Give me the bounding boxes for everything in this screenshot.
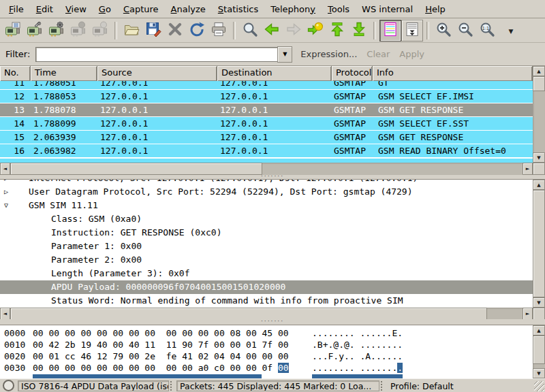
- go-to-bottom-button[interactable]: [348, 20, 370, 42]
- column-header-protocol[interactable]: Protocol: [332, 66, 373, 81]
- capture-options-button[interactable]: [24, 20, 46, 42]
- go-to-top-button[interactable]: [326, 20, 348, 42]
- ascii-bytes[interactable]: ...F.y.. .A......: [312, 350, 403, 362]
- clear-button[interactable]: Clear: [367, 49, 390, 59]
- column-header-time[interactable]: Time: [31, 66, 97, 81]
- go-back-button[interactable]: [261, 20, 283, 42]
- column-header-info[interactable]: Info: [373, 66, 533, 81]
- expert-info-icon[interactable]: [3, 380, 14, 391]
- vscroll-thumb[interactable]: [533, 336, 545, 364]
- packet-row-clipped[interactable]: 111.788051127.0.0.1127.0.0.1GSMTAPGT: [0, 81, 533, 90]
- expression-button[interactable]: Expression...: [300, 49, 357, 59]
- hex-dump[interactable]: 000000 00 00 00 00 00 00 00 00 00 00 00 …: [0, 327, 533, 374]
- menu-telephony[interactable]: Telephony: [264, 1, 322, 17]
- apply-button[interactable]: Apply: [399, 49, 424, 59]
- vscroll-thumb[interactable]: [533, 190, 545, 297]
- menu-file[interactable]: File: [3, 1, 30, 17]
- menu-analyze[interactable]: Analyze: [165, 1, 212, 17]
- menu-tools[interactable]: Tools: [322, 1, 356, 17]
- packet-row[interactable]: 152.063939127.0.0.1127.0.0.1GSMTAPGSM GE…: [0, 131, 533, 144]
- ascii-bytes[interactable]: ........ ......E.: [312, 327, 403, 339]
- colorize-button[interactable]: [379, 20, 401, 42]
- filter-input[interactable]: [35, 47, 278, 62]
- scroll-left-icon[interactable]: ◄: [0, 308, 10, 320]
- detail-row[interactable]: Class: GSM (0xa0): [0, 212, 533, 226]
- pane-splitter[interactable]: ·······: [0, 319, 545, 325]
- hscroll-thumb[interactable]: [10, 308, 487, 320]
- collapse-triangle-icon[interactable]: ▽: [4, 199, 8, 212]
- packet-row[interactable]: 162.063982127.0.0.1127.0.0.1GSMTAPGSM RE…: [0, 144, 533, 158]
- hex-bytes[interactable]: 00 00 00 00 00 00 00 00 00 00 00 00 08 0…: [33, 327, 289, 339]
- statusbar-grip[interactable]: [170, 381, 175, 391]
- menu-edit[interactable]: Edit: [30, 1, 59, 17]
- hex-row[interactable]: 002000 01 cc 46 12 79 00 2e fe 41 02 04 …: [0, 350, 533, 362]
- statusbar-grip[interactable]: [381, 381, 386, 391]
- scroll-right-icon[interactable]: ►: [523, 308, 533, 320]
- toolbar-overflow-caret[interactable]: ▼: [498, 20, 520, 42]
- hex-bytes[interactable]: 00 00 00 00 00 00 00 00 00 00 a0 c0 00 0…: [33, 362, 289, 374]
- selected-ascii-byte[interactable]: .: [397, 363, 403, 373]
- detail-row[interactable]: ▽GSM SIM 11.11: [0, 199, 533, 212]
- detail-row[interactable]: APDU Payload: 000000096f0704001500150102…: [0, 280, 533, 294]
- packet-row[interactable]: 111.788051127.0.0.1127.0.0.1GSMTAPGT: [0, 81, 533, 90]
- scroll-down-icon[interactable]: ▼: [533, 152, 545, 163]
- scroll-right-icon[interactable]: ►: [523, 163, 533, 175]
- scroll-down-icon[interactable]: ▼: [533, 368, 545, 378]
- menu-statistics[interactable]: Statistics: [212, 1, 264, 17]
- hex-row[interactable]: 000000 00 00 00 00 00 00 00 00 00 00 00 …: [0, 327, 533, 339]
- menu-go[interactable]: Go: [93, 1, 117, 17]
- resize-grip[interactable]: [534, 381, 544, 391]
- column-header-no[interactable]: No.: [0, 66, 31, 81]
- zoom-normal-button[interactable]: 1:1: [476, 20, 498, 42]
- ascii-bytes[interactable]: ........ ........: [312, 362, 403, 374]
- detail-row[interactable]: ▷Internet Protocol, Src: 127.0.0.1 (127.…: [0, 180, 533, 185]
- packet-row[interactable]: 141.788099127.0.0.1127.0.0.1GSMTAPGSM SE…: [0, 117, 533, 131]
- zoom-out-button[interactable]: [454, 20, 476, 42]
- capture-interfaces-button[interactable]: [2, 20, 24, 42]
- auto-scroll-button[interactable]: [401, 20, 423, 42]
- expand-triangle-icon[interactable]: ▷: [4, 185, 8, 199]
- selected-hex-byte[interactable]: 00: [278, 363, 289, 373]
- go-forward-button[interactable]: [283, 20, 305, 42]
- scroll-up-icon[interactable]: ▲: [533, 66, 545, 76]
- column-header-destination[interactable]: Destination: [217, 66, 332, 81]
- vscroll-thumb[interactable]: [533, 76, 545, 91]
- hex-row[interactable]: 003000 00 00 00 00 00 00 00 00 00 a0 c0 …: [0, 362, 533, 374]
- menu-view[interactable]: View: [59, 1, 93, 17]
- capture-stop-button[interactable]: [67, 20, 89, 42]
- hex-bytes[interactable]: 00 42 2b 19 40 00 40 11 11 90 7f 00 00 0…: [33, 339, 289, 350]
- expand-triangle-icon[interactable]: ▷: [4, 180, 8, 185]
- find-packet-button[interactable]: [239, 20, 261, 42]
- capture-restart-button[interactable]: [89, 20, 111, 42]
- detail-row[interactable]: Status Word: Normal ending of command wi…: [0, 294, 533, 308]
- detail-row[interactable]: Instruction: GET RESPONSE (0xc0): [0, 226, 533, 240]
- hex-bytes[interactable]: 00 01 cc 46 12 79 00 2e fe 41 02 04 04 0…: [33, 350, 289, 362]
- packet-row[interactable]: 121.788053127.0.0.1127.0.0.1GSMTAPGSM SE…: [0, 90, 533, 103]
- go-to-packet-button[interactable]: [305, 20, 326, 42]
- scroll-up-icon[interactable]: ▲: [533, 180, 545, 190]
- detail-row-clipped[interactable]: ▷Internet Protocol, Src: 127.0.0.1 (127.…: [0, 180, 533, 185]
- save-as-button[interactable]: [142, 20, 164, 42]
- close-file-button[interactable]: [164, 20, 186, 42]
- filter-dropdown-button[interactable]: ▼: [277, 46, 292, 63]
- ascii-bytes[interactable]: .B+.@.@. ........: [312, 339, 403, 350]
- hex-row[interactable]: 001000 42 2b 19 40 00 40 11 11 90 7f 00 …: [0, 339, 533, 350]
- packet-row[interactable]: 131.788078127.0.0.1127.0.0.1GSMTAPGSM GE…: [0, 103, 533, 117]
- scroll-up-icon[interactable]: ▲: [533, 325, 545, 336]
- detail-row[interactable]: Length (Parameter 3): 0x0f: [0, 267, 533, 280]
- capture-start-button[interactable]: [46, 20, 67, 42]
- column-header-source[interactable]: Source: [97, 66, 217, 81]
- open-file-button[interactable]: [121, 20, 142, 42]
- scroll-down-icon[interactable]: ▼: [533, 297, 545, 308]
- menu-help[interactable]: Help: [419, 1, 452, 17]
- reload-button[interactable]: [186, 20, 208, 42]
- print-button[interactable]: [208, 20, 230, 42]
- hscroll-thumb[interactable]: [10, 163, 262, 175]
- menu-capture[interactable]: Capture: [117, 1, 165, 17]
- menu-ws-internal[interactable]: WS internal: [356, 1, 419, 17]
- scroll-left-icon[interactable]: ◄: [0, 163, 10, 175]
- detail-row[interactable]: Parameter 1: 0x00: [0, 240, 533, 253]
- detail-row[interactable]: ▷User Datagram Protocol, Src Port: 52294…: [0, 185, 533, 199]
- zoom-in-button[interactable]: [433, 20, 454, 42]
- detail-row[interactable]: Parameter 2: 0x00: [0, 253, 533, 267]
